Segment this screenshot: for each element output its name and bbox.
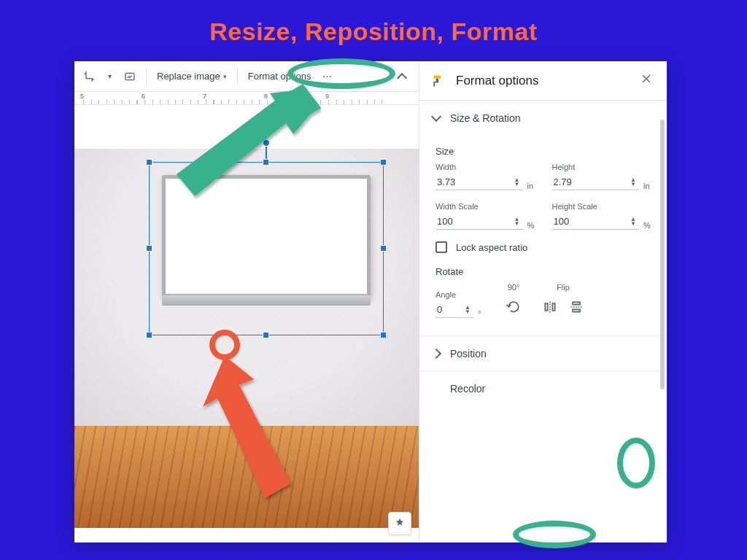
horizontal-ruler: 5 6 7 8 9 [74, 92, 419, 105]
angle-input[interactable]: ▲▼ [436, 302, 473, 318]
sidebar-title: Format options [456, 74, 538, 88]
chevron-down-icon [431, 112, 441, 122]
width-input[interactable]: ▲▼ [436, 174, 523, 190]
height-unit: in [643, 182, 654, 190]
height-scale-value[interactable] [554, 216, 590, 227]
flip-vertical-icon [569, 300, 584, 314]
rotate-ninety-button[interactable] [503, 296, 525, 318]
size-heading: Size [436, 146, 654, 157]
height-scale-unit: % [643, 221, 654, 230]
slide-canvas-area[interactable] [74, 105, 419, 542]
height-scale-label: Height Scale [552, 202, 654, 211]
format-options-sidebar: Format options Size & Rotation Size Widt… [419, 61, 667, 542]
flip-vertical-button[interactable] [565, 296, 587, 318]
height-value[interactable] [554, 176, 590, 187]
red-marker [193, 300, 214, 303]
position-section-header[interactable]: Position [419, 335, 667, 370]
height-label: Height [552, 163, 654, 171]
height-scale-stepper[interactable]: ▲▼ [630, 217, 636, 226]
flip-label: Flip [539, 283, 587, 292]
height-scale-input[interactable]: ▲▼ [552, 214, 640, 230]
angle-value[interactable] [437, 304, 459, 315]
lock-aspect-ratio-checkbox[interactable] [436, 241, 447, 253]
room-floor [74, 426, 419, 528]
replace-image-label: Replace image [157, 71, 220, 82]
format-options-icon [431, 74, 446, 88]
recolor-label: Recolor [450, 383, 485, 394]
editor-toolbar: ▾ Replace image ▾ Format options ⋯ [74, 61, 419, 92]
collapse-toolbar-button[interactable] [394, 66, 410, 87]
mask-dropdown-button[interactable]: ▾ [102, 66, 117, 87]
chevron-right-icon [431, 348, 441, 358]
crop-tool-button[interactable] [79, 66, 99, 87]
explore-button[interactable] [388, 512, 411, 535]
reset-image-button[interactable] [120, 66, 140, 87]
angle-unit: ° [478, 309, 488, 318]
width-unit: in [527, 182, 538, 190]
ninety-degree-label: 90° [503, 283, 525, 292]
format-options-label: Format options [248, 71, 311, 82]
ruler-tick: 9 [325, 93, 329, 100]
ruler-tick: 5 [80, 93, 84, 100]
width-stepper[interactable]: ▲▼ [514, 178, 520, 187]
height-stepper[interactable]: ▲▼ [630, 178, 636, 187]
size-rotation-section-body: Size Width ▲▼ in Height [419, 136, 667, 328]
close-sidebar-button[interactable] [638, 70, 655, 91]
recolor-section-header[interactable]: Recolor [419, 370, 667, 405]
size-rotation-label: Size & Rotation [450, 112, 521, 124]
instruction-title: Resize, Reposition, Format [0, 18, 747, 46]
green-marker [262, 300, 282, 303]
lock-aspect-ratio-label: Lock aspect ratio [456, 242, 527, 253]
width-scale-label: Width Scale [436, 202, 538, 211]
format-options-toolbar-button[interactable]: Format options [244, 66, 316, 87]
chevron-up-icon [397, 72, 407, 82]
editor-pane: ▾ Replace image ▾ Format options ⋯ 5 6 [74, 61, 419, 542]
size-rotation-section-header[interactable]: Size & Rotation [419, 101, 667, 136]
slide-canvas [74, 149, 419, 528]
width-scale-unit: % [527, 221, 538, 230]
close-icon [640, 73, 652, 85]
whiteboard-image[interactable] [162, 175, 371, 298]
flip-horizontal-button[interactable] [539, 296, 561, 318]
eraser [325, 296, 354, 305]
ruler-tick: 7 [203, 93, 206, 100]
app-window: ▾ Replace image ▾ Format options ⋯ 5 6 [74, 61, 667, 542]
ruler-tick: 8 [264, 93, 268, 100]
angle-stepper[interactable]: ▲▼ [465, 306, 471, 314]
sidebar-header: Format options [419, 61, 667, 101]
position-label: Position [450, 348, 487, 359]
toolbar-divider [146, 69, 147, 85]
flip-horizontal-icon [543, 300, 557, 314]
rotate-heading: Rotate [436, 266, 654, 277]
width-label: Width [436, 163, 538, 171]
angle-label: Angle [436, 290, 488, 299]
toolbar-divider [237, 69, 238, 85]
more-button[interactable]: ⋯ [318, 66, 338, 87]
width-scale-stepper[interactable]: ▲▼ [514, 217, 520, 226]
height-input[interactable]: ▲▼ [552, 174, 640, 190]
replace-image-button[interactable]: Replace image ▾ [152, 66, 231, 87]
width-value[interactable] [437, 176, 473, 187]
svg-rect-0 [125, 73, 134, 79]
ruler-tick: 6 [142, 93, 145, 100]
sidebar-scrollbar[interactable] [660, 120, 665, 389]
rotate-icon [506, 300, 521, 314]
width-scale-input[interactable]: ▲▼ [436, 214, 523, 230]
rotation-handle[interactable] [263, 139, 270, 147]
width-scale-value[interactable] [437, 216, 473, 227]
blue-marker [231, 300, 252, 303]
